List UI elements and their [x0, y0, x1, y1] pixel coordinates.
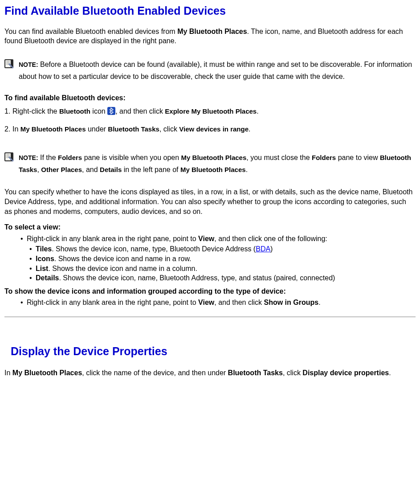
views-paragraph: You can specify whether to have the icon…	[4, 187, 416, 216]
note-block-1: NOTE: Before a Bluetooth device can be f…	[4, 58, 416, 82]
text: . Shows the device icon and name in a co…	[48, 265, 197, 272]
text: , and then click	[115, 107, 165, 115]
text: pane is visible when you open	[82, 154, 181, 161]
note-text: Before a Bluetooth device can be found (…	[19, 61, 412, 80]
ui-term: View	[198, 235, 214, 242]
text: )	[270, 245, 273, 253]
ui-term: Bluetooth	[59, 107, 90, 115]
text: Right-click in any blank area in the rig…	[27, 235, 198, 242]
ui-term: My Bluetooth Places	[20, 125, 86, 133]
ui-term: View devices in range	[179, 125, 249, 133]
list-item: • Right-click in any blank area in the r…	[20, 298, 321, 307]
text: pane to view	[336, 154, 380, 161]
svg-rect-1	[5, 60, 11, 67]
ui-term: Bluetooth Tasks	[228, 369, 283, 377]
heading-find-devices: Find Available Bluetooth Enabled Devices	[4, 4, 416, 19]
text: , click	[283, 369, 302, 377]
section-divider	[4, 316, 416, 317]
display-properties-paragraph: In My Bluetooth Places, click the name o…	[4, 368, 416, 378]
text: Right-click the	[12, 107, 59, 115]
ui-term: Folders	[312, 154, 336, 161]
view-name: Tiles	[36, 245, 52, 253]
text: .	[389, 369, 391, 377]
text: under	[86, 125, 108, 133]
heading-display-properties: Display the Device Properties	[11, 344, 416, 359]
ui-term: Display device properties	[302, 369, 389, 377]
note-label: NOTE:	[19, 154, 38, 161]
ui-term: Explore My Bluetooth Places	[165, 107, 257, 115]
subhead-group-by-type: To show the device icons and information…	[4, 287, 416, 296]
note-icon	[4, 62, 13, 70]
ui-term: My Bluetooth Places	[12, 369, 82, 377]
ordered-steps: 1. Right-click the Bluetooth icon , and …	[4, 107, 416, 134]
subhead-find-devices: To find available Bluetooth devices:	[4, 93, 416, 103]
note-block-2: NOTE: If the Folders pane is visible whe…	[4, 152, 416, 176]
text: , and then click	[214, 299, 264, 306]
text: .	[246, 166, 248, 173]
ui-term: Show in Groups	[264, 299, 318, 306]
view-name: Details	[36, 274, 59, 282]
ui-term: View	[198, 299, 214, 306]
text: . Shows the device icon and name in a ro…	[54, 255, 192, 262]
list-item: • Right-click in any blank area in the r…	[20, 234, 327, 244]
text: .	[249, 125, 250, 133]
text: You can find available Bluetooth enabled…	[4, 28, 177, 35]
note-label: NOTE:	[19, 61, 38, 68]
text: If the	[38, 154, 58, 161]
text: .	[318, 299, 320, 306]
bullet-marker: •	[29, 244, 36, 254]
list-item: • Details. Shows the device icon, name, …	[29, 273, 335, 283]
text: In	[4, 369, 12, 377]
note-icon	[4, 155, 13, 163]
text: ,	[37, 166, 41, 173]
view-name: Icons	[36, 255, 54, 262]
text: , click the name of the device, and then…	[82, 369, 228, 377]
text: In	[12, 125, 20, 133]
list-item: • Icons. Shows the device icon and name …	[29, 254, 192, 264]
bullet-marker: •	[29, 273, 36, 283]
text: , and then click one of the following:	[214, 235, 327, 242]
list-item: • Tiles. Shows the device icon, name, ty…	[29, 244, 273, 254]
bullet-marker: •	[29, 264, 36, 274]
ui-term: Folders	[58, 154, 82, 161]
svg-rect-7	[5, 153, 11, 160]
step-2: 2. In My Bluetooth Places under Bluetoot…	[4, 124, 250, 134]
list-marker: 1.	[4, 107, 12, 116]
list-marker: 2.	[4, 124, 12, 134]
bullet-marker: •	[29, 254, 36, 264]
bullet-marker: •	[20, 298, 27, 307]
ui-term: My Bluetooth Places	[181, 154, 247, 161]
bda-link[interactable]: BDA	[256, 245, 270, 253]
text: . Shows the device icon, name, Bluetooth…	[59, 274, 335, 282]
ui-term: Other Places	[41, 166, 82, 173]
bullet-marker: •	[20, 234, 27, 244]
ui-term: Details	[100, 166, 122, 173]
list-item: • List. Shows the device icon and name i…	[29, 264, 197, 274]
text: in the left pane of	[122, 166, 180, 173]
step-1: 1. Right-click the Bluetooth icon , and …	[4, 107, 259, 116]
text: . Shows the device icon, name, type, Blu…	[52, 245, 256, 253]
bluetooth-tray-icon	[107, 107, 115, 115]
ui-term: Bluetooth Tasks	[108, 125, 159, 133]
text: icon	[90, 107, 107, 115]
view-name: List	[36, 265, 48, 272]
text: Right-click in any blank area in the rig…	[27, 299, 198, 306]
subhead-select-view: To select a view:	[4, 222, 416, 232]
text: , click	[159, 125, 179, 133]
text: .	[257, 107, 258, 115]
text: , you must close the	[246, 154, 312, 161]
intro-paragraph: You can find available Bluetooth enabled…	[4, 27, 416, 46]
text: , and	[82, 166, 100, 173]
ui-term: My Bluetooth Places	[180, 166, 246, 173]
text-bold: My Bluetooth Places	[177, 28, 247, 35]
